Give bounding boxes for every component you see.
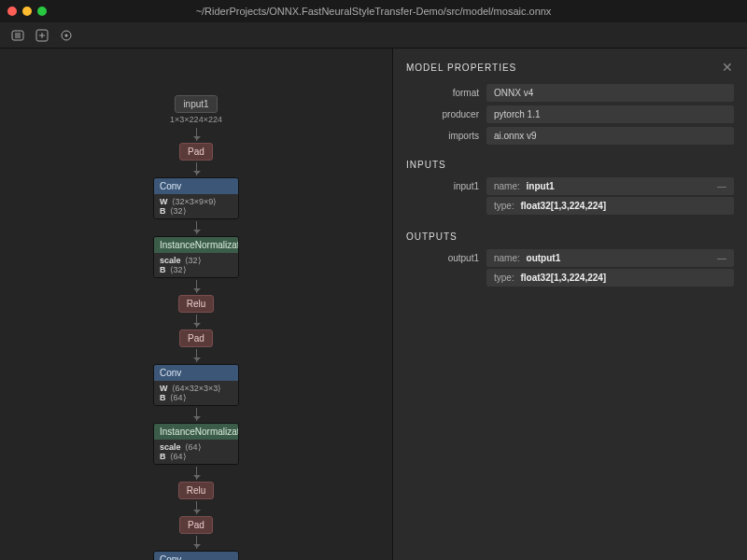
node-attrs: W⟨64×32×3×3⟩B⟨64⟩ (154, 381, 238, 405)
conv-node[interactable]: ConvW⟨32×3×9×9⟩B⟨32⟩ (153, 177, 239, 219)
node-attrs: scale⟨64⟩B⟨64⟩ (154, 440, 238, 464)
edge-arrow (196, 315, 197, 328)
collapse-icon[interactable]: — (717, 253, 726, 263)
node-title: Conv (154, 178, 238, 194)
relu-node[interactable]: Relu (178, 482, 215, 499)
property-label: format (406, 84, 486, 102)
window-title: ~/RiderProjects/ONNX.FastNeuralStyleTran… (0, 6, 747, 17)
collapse-icon[interactable]: — (717, 181, 726, 191)
node-title: InstanceNormalization (154, 424, 238, 440)
property-label: imports (406, 127, 486, 145)
pad-node[interactable]: Pad (179, 329, 213, 347)
output-id: output1 (406, 249, 486, 288)
output-block: output1name: output1—type: float32[1,3,2… (406, 249, 734, 288)
add-icon[interactable] (34, 27, 50, 44)
outputs-heading: OUTPUTS (406, 231, 734, 242)
inputs-heading: INPUTS (406, 160, 734, 170)
sidebar-toggle-icon[interactable] (9, 27, 26, 44)
window-close-button[interactable] (7, 7, 17, 16)
property-value: pytorch 1.1 (486, 105, 734, 123)
output-row[interactable]: name: output1— (486, 249, 734, 267)
edge-arrow (196, 349, 197, 362)
edge-arrow (196, 128, 197, 141)
output-row[interactable]: type: float32[1,3,224,224] (486, 269, 734, 287)
edge-arrow (196, 408, 197, 421)
input-row[interactable]: type: float32[1,3,224,224] (486, 197, 734, 215)
conv-node[interactable]: ConvW⟨64×32×3×3⟩B⟨64⟩ (153, 364, 239, 406)
title-bar: ~/RiderProjects/ONNX.FastNeuralStyleTran… (0, 0, 747, 22)
edge-arrow (196, 221, 197, 234)
edge-arrow (196, 467, 197, 480)
property-row: importsai.onnx v9 (406, 127, 734, 145)
property-value: ONNX v4 (486, 84, 734, 102)
property-value: ai.onnx v9 (486, 127, 734, 145)
edge-arrow (196, 162, 197, 175)
pad-node[interactable]: Pad (179, 516, 213, 534)
graph-canvas[interactable]: input11×3×224×224PadConvW⟨32×3×9×9⟩B⟨32⟩… (0, 49, 392, 560)
node-attrs: scale⟨32⟩B⟨32⟩ (154, 253, 238, 277)
svg-point-8 (65, 34, 68, 36)
relu-node[interactable]: Relu (178, 295, 215, 313)
input-id: input1 (406, 177, 486, 217)
node-title: Conv (154, 552, 238, 560)
inorm-node[interactable]: InstanceNormalizationscale⟨64⟩B⟨64⟩ (153, 423, 239, 465)
toolbar (0, 22, 747, 49)
close-icon[interactable]: ✕ (722, 60, 734, 75)
window-zoom-button[interactable] (37, 7, 47, 16)
input-block: input1name: input1—type: float32[1,3,224… (406, 177, 734, 217)
node-attrs: W⟨32×3×9×9⟩B⟨32⟩ (154, 194, 238, 218)
properties-panel: MODEL PROPERTIES ✕ formatONNX v4producer… (392, 49, 747, 560)
node-title: InstanceNormalization (154, 237, 238, 253)
conv-node[interactable]: ConvW⟨128×64×3×3⟩B⟨128⟩ (153, 551, 239, 560)
view-icon[interactable] (58, 27, 75, 44)
pad-node[interactable]: Pad (179, 143, 213, 161)
property-label: producer (406, 105, 486, 123)
edge-label: 1×3×224×224 (170, 115, 222, 124)
node-title: Conv (154, 365, 238, 381)
input-row[interactable]: name: input1— (486, 177, 734, 195)
data-node[interactable]: input1 (175, 95, 217, 113)
property-row: producerpytorch 1.1 (406, 105, 734, 123)
edge-arrow (196, 280, 197, 293)
edge-arrow (196, 501, 197, 514)
panel-title: MODEL PROPERTIES (406, 63, 516, 73)
window-minimize-button[interactable] (22, 7, 32, 16)
edge-arrow (196, 536, 197, 549)
inorm-node[interactable]: InstanceNormalizationscale⟨32⟩B⟨32⟩ (153, 236, 239, 278)
property-row: formatONNX v4 (406, 84, 734, 102)
